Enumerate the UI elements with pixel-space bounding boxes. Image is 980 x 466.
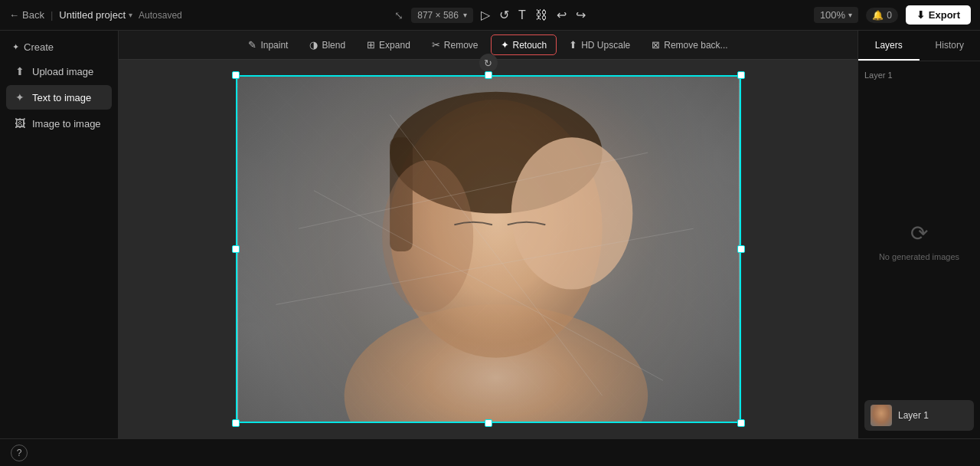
expand-icon: ⊞	[367, 39, 375, 51]
no-images-text: No generated images	[879, 252, 959, 261]
notification-badge[interactable]: 🔔 0	[866, 8, 898, 23]
zoom-level: 100%	[820, 9, 845, 21]
sidebar-item-label: Text to image	[32, 92, 91, 103]
bottom-bar: ?	[0, 438, 980, 466]
canvas-size-text: 877 × 586	[417, 10, 459, 21]
canvas-image[interactable]	[236, 75, 741, 423]
layer-thumb-inner	[871, 405, 892, 426]
history-tab-label: History	[936, 40, 964, 51]
text-image-icon: ✦	[14, 91, 26, 103]
chevron-down-icon: ▾	[848, 11, 852, 19]
hd-label: HD Upscale	[581, 40, 630, 51]
retouch-icon: ✦	[501, 39, 509, 51]
blend-icon: ◑	[309, 39, 318, 51]
layer-thumbnail	[871, 405, 892, 426]
panel-content: Layer 1 ⟳ No generated images Layer 1	[858, 61, 980, 438]
blend-label: Blend	[322, 40, 345, 51]
hd-upscale-button[interactable]: ⬆ HD Upscale	[560, 35, 639, 54]
sidebar-item-label: Upload image	[32, 66, 93, 77]
person-svg	[237, 77, 740, 422]
text-icon[interactable]: T	[518, 8, 526, 22]
canvas-size-control[interactable]: 877 × 586 ▾	[411, 8, 473, 23]
plus-icon: ✦	[12, 42, 19, 52]
help-icon: ?	[17, 448, 22, 458]
handle-top-right[interactable]	[737, 71, 745, 79]
zoom-control[interactable]: 100% ▾	[814, 7, 858, 23]
upload-icon: ⬆	[14, 65, 26, 77]
refresh-left-icon[interactable]: ↺	[499, 8, 509, 22]
tab-history[interactable]: History	[920, 31, 981, 61]
link-icon[interactable]: ⛓	[535, 8, 547, 22]
layer-item-label: Layer 1	[898, 410, 929, 421]
project-name[interactable]: Untitled project ▾	[59, 9, 132, 21]
image-to-image-icon: 🖼	[14, 117, 26, 130]
resize-icon: ⤡	[394, 9, 403, 21]
canvas-frame: ↻	[236, 75, 741, 423]
tab-layers[interactable]: Layers	[858, 31, 920, 61]
hd-icon: ⬆	[569, 39, 577, 51]
main-layout: ✦ Create ⬆ Upload image ✦ Text to image …	[0, 31, 980, 438]
handle-bottom-middle[interactable]	[485, 419, 492, 427]
top-bar-left: ← Back | Untitled project ▾ Autosaved	[9, 9, 387, 21]
cursor-icon[interactable]: ▷	[481, 8, 490, 22]
layer-item[interactable]: Layer 1	[864, 400, 974, 431]
layers-tab-label: Layers	[875, 40, 903, 51]
remove-button[interactable]: ✂ Remove	[423, 35, 488, 54]
inpaint-label: Inpaint	[260, 40, 288, 51]
undo-icon[interactable]: ↩	[557, 8, 567, 22]
layer-section-title: Layer 1	[864, 69, 974, 81]
sidebar-item-label: Image to image	[32, 118, 101, 130]
handle-top-middle[interactable]	[485, 71, 492, 79]
toolbar-icons: ▷ ↺ T ⛓ ↩ ↪	[481, 8, 586, 22]
sidebar-item-upload-image[interactable]: ⬆ Upload image	[6, 59, 112, 84]
expand-label: Expand	[379, 40, 410, 51]
remove-back-button[interactable]: ⊠ Remove back...	[642, 35, 737, 54]
help-button[interactable]: ?	[11, 445, 28, 461]
canvas-container[interactable]: ↻	[119, 60, 858, 438]
no-images-icon: ⟳	[910, 221, 928, 246]
export-icon: ⬇	[916, 9, 925, 21]
handle-top-left[interactable]	[232, 71, 240, 79]
sidebar-create-label: Create	[24, 41, 54, 53]
back-label: Back	[22, 9, 44, 21]
retouch-label: Retouch	[513, 40, 547, 51]
bell-icon: 🔔	[872, 10, 884, 21]
no-images-area: ⟳ No generated images	[864, 89, 974, 392]
handle-bottom-left[interactable]	[232, 419, 240, 427]
svg-point-5	[382, 160, 473, 312]
chevron-down-icon: ▾	[463, 11, 467, 19]
remove-back-label: Remove back...	[664, 40, 727, 51]
back-arrow-icon: ←	[9, 9, 19, 21]
top-bar: ← Back | Untitled project ▾ Autosaved ⤡ …	[0, 0, 980, 31]
retouch-button[interactable]: ✦ Retouch	[491, 34, 557, 55]
inpaint-icon: ✎	[248, 39, 256, 51]
remove-icon: ✂	[432, 39, 440, 51]
notif-count: 0	[887, 10, 892, 21]
remove-back-icon: ⊠	[652, 39, 660, 51]
handle-middle-left[interactable]	[232, 245, 240, 253]
sidebar-create-section: ✦ Create	[6, 38, 112, 59]
top-bar-center: ⤡ 877 × 586 ▾ ▷ ↺ T ⛓ ↩ ↪	[394, 8, 586, 23]
left-sidebar: ✦ Create ⬆ Upload image ✦ Text to image …	[0, 31, 119, 438]
back-button[interactable]: ← Back	[9, 9, 44, 21]
export-label: Export	[929, 9, 960, 21]
blend-button[interactable]: ◑ Blend	[300, 35, 354, 54]
handle-bottom-right[interactable]	[737, 419, 745, 427]
top-bar-right: 100% ▾ 🔔 0 ⬇ Export	[593, 5, 971, 25]
refresh-button[interactable]: ↻	[479, 54, 498, 72]
project-name-text: Untitled project	[59, 9, 126, 21]
export-button[interactable]: ⬇ Export	[906, 5, 971, 25]
chevron-down-icon: ▾	[129, 11, 132, 19]
handle-middle-right[interactable]	[737, 245, 745, 253]
panel-tabs: Layers History	[858, 31, 980, 61]
inpaint-button[interactable]: ✎ Inpaint	[239, 35, 297, 54]
sidebar-item-image-to-image[interactable]: 🖼 Image to image	[6, 111, 112, 136]
remove-label: Remove	[444, 40, 479, 51]
right-panel: Layers History Layer 1 ⟳ No generated im…	[858, 31, 980, 438]
sidebar-item-text-to-image[interactable]: ✦ Text to image	[6, 85, 112, 110]
expand-button[interactable]: ⊞ Expand	[358, 35, 420, 54]
canvas-area: ✎ Inpaint ◑ Blend ⊞ Expand ✂ Remove ✦ Re…	[119, 31, 858, 438]
autosaved-label: Autosaved	[139, 10, 182, 21]
redo-icon[interactable]: ↪	[576, 8, 586, 22]
